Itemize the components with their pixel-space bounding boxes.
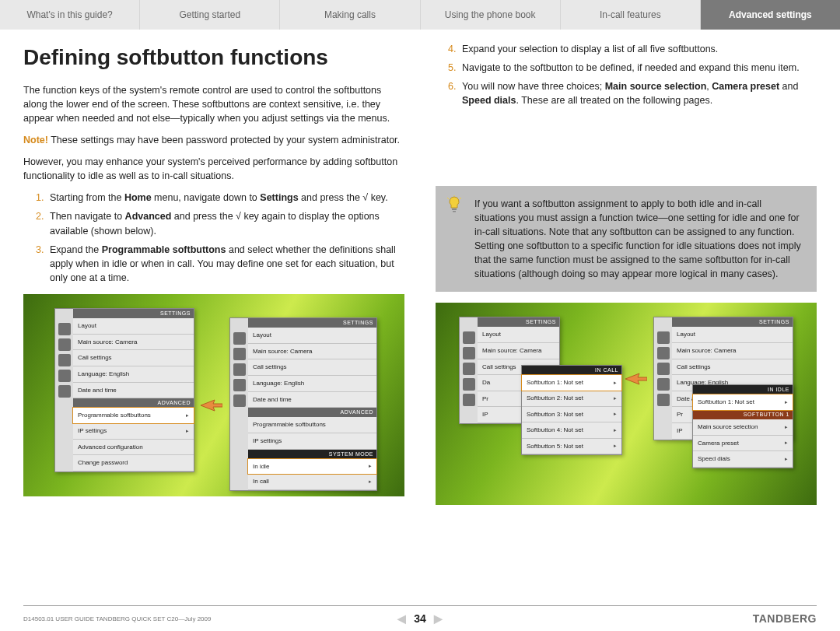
note-label: Note! [23, 135, 48, 145]
ui-row-selected: In idle▸ [247, 458, 377, 475]
ui-row: Date and time [73, 383, 194, 399]
ui-row: Main source: Camera [248, 344, 376, 360]
step-1: Starting from the Home menu, navigate do… [47, 191, 404, 205]
intro-para-3: However, you may enhance your system's p… [23, 155, 404, 183]
next-page-arrow[interactable]: ▶ [434, 612, 443, 625]
tip-box: If you want a softbutton assignment to a… [436, 186, 817, 293]
ui-row: Main source: Camera [672, 343, 793, 359]
ui-row: Programmable softbuttons [248, 417, 376, 433]
step-3: Expand the Programmable softbuttons and … [47, 243, 404, 285]
tab-whats-in-guide[interactable]: What's in this guide? [0, 0, 140, 30]
svg-rect-1 [453, 211, 456, 212]
ui-row: Softbutton 4: Not set▸ [522, 422, 621, 439]
ui-row: Layout [248, 328, 376, 344]
ui-row: Softbutton 3: Not set▸ [522, 407, 621, 423]
ui-row: In call▸ [248, 474, 376, 490]
ui-row: IP settings [248, 433, 376, 450]
doc-id: D14503.01 USER GUIDE TANDBERG QUICK SET … [23, 615, 211, 622]
ui-row: Softbutton 5: Not set▸ [522, 439, 621, 455]
ui-row: Change password [73, 455, 194, 471]
ui-incall-popup: IN CALL Softbutton 1: Not set▸ Softbutto… [521, 365, 622, 455]
ui-row: Language: English [73, 366, 194, 383]
tab-advanced-settings[interactable]: Advanced settings [701, 0, 840, 30]
page-number: 34 [414, 612, 426, 625]
tab-in-call[interactable]: In-call features [561, 0, 701, 30]
ui-row: Advanced configuration [73, 440, 194, 456]
ui-row: Layout [478, 327, 559, 343]
step-5: Navigate to the softbutton to be defined… [459, 61, 817, 75]
left-screenshot: SETTINGS Layout Main source: Camera Call… [23, 294, 404, 496]
tab-making-calls[interactable]: Making calls [280, 0, 420, 30]
step-6: You will now have three choices; Main so… [459, 79, 817, 107]
ui-row: Layout [73, 318, 194, 335]
left-column: Defining softbutton functions The functi… [23, 42, 404, 574]
svg-rect-0 [452, 209, 457, 210]
nav-tabs: What's in this guide? Getting started Ma… [0, 0, 840, 30]
page-title: Defining softbutton functions [23, 42, 404, 74]
tab-phone-book[interactable]: Using the phone book [421, 0, 561, 30]
ui-settings-window-2: SETTINGS Layout Main source: Camera Call… [229, 317, 377, 491]
brand-logo: TANDBERG [753, 612, 817, 625]
right-screenshot: SETTINGS Layout Main source: Camera Call… [436, 303, 817, 505]
ui-row: Language: English [248, 376, 376, 392]
step-4: Expand your selection to display a list … [459, 42, 817, 56]
svg-line-4 [460, 198, 461, 199]
ui-row: Main source selection▸ [693, 419, 793, 436]
ui-inidle-popup: IN IDLE Softbutton 1: Not set▸ SOFTBUTTO… [692, 384, 793, 468]
page-footer: D14503.01 USER GUIDE TANDBERG QUICK SET … [23, 605, 817, 625]
ui-row: Layout [672, 327, 793, 343]
page-content: Defining softbutton functions The functi… [0, 30, 840, 574]
intro-para-1: The function keys of the system's remote… [23, 83, 404, 125]
ui-row: Call settings [73, 350, 194, 366]
note-para: Note! These settings may have been passw… [23, 133, 404, 147]
ui-row: Call settings [248, 359, 376, 376]
ui-row: Call settings [672, 359, 793, 376]
prev-page-arrow[interactable]: ◀ [397, 612, 406, 625]
ui-row: IP settings▸ [73, 423, 194, 440]
ui-row: Main source: Camera [73, 335, 194, 351]
left-steps: Starting from the Home menu, navigate do… [47, 191, 404, 285]
ui-row-selected: Programmable softbuttons▸ [72, 407, 194, 424]
right-steps: Expand your selection to display a list … [459, 42, 817, 108]
pointer-hand-icon [201, 398, 222, 413]
ui-row: Date and time [248, 392, 376, 408]
ui-settings-window-1: SETTINGS Layout Main source: Camera Call… [54, 308, 194, 472]
right-column: Expand your selection to display a list … [436, 42, 817, 574]
tab-getting-started[interactable]: Getting started [140, 0, 280, 30]
ui-row: Camera preset▸ [693, 436, 793, 452]
ui-row-selected: Softbutton 1: Not set▸ [692, 394, 793, 411]
ui-row: Softbutton 2: Not set▸ [522, 391, 621, 407]
pointer-hand-icon [625, 371, 647, 387]
ui-row: Main source: Camera [478, 343, 559, 359]
lightbulb-icon [445, 195, 464, 214]
tip-text: If you want a softbutton assignment to a… [474, 198, 801, 280]
step-2: Then navigate to Advanced and press the … [47, 209, 404, 237]
svg-line-3 [447, 198, 449, 199]
ui-row-selected: Softbutton 1: Not set▸ [521, 374, 622, 391]
ui-row: Speed dials▸ [693, 451, 793, 468]
